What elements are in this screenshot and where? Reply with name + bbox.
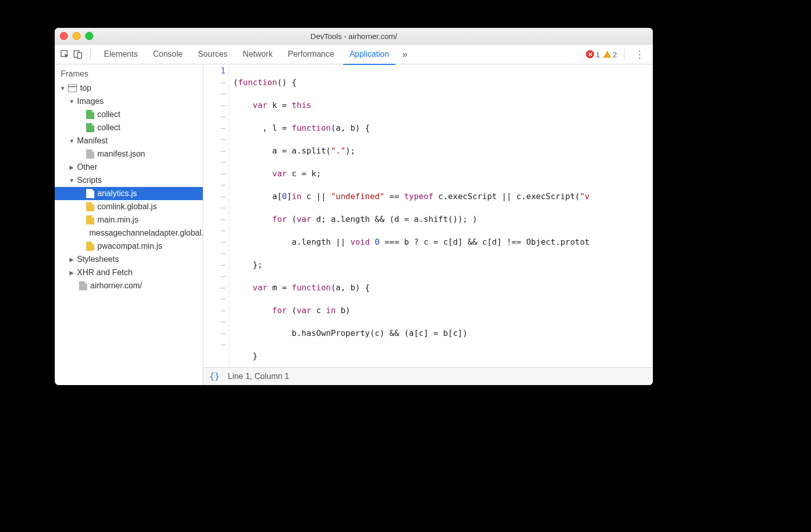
tree-label: collect — [97, 110, 120, 119]
cursor-position: Line 1, Column 1 — [228, 372, 289, 381]
minimize-icon[interactable] — [72, 32, 81, 40]
tree-label: pwacompat.min.js — [97, 242, 162, 251]
fold-icon[interactable]: – — [203, 293, 226, 305]
fold-icon[interactable]: – — [203, 88, 226, 100]
close-icon[interactable] — [60, 32, 68, 40]
chevron-down-icon — [60, 85, 65, 91]
file-item[interactable]: collect — [55, 121, 203, 134]
tab-application[interactable]: Application — [343, 45, 395, 65]
fold-icon[interactable]: – — [203, 191, 226, 203]
tree-label: Stylesheets — [77, 255, 119, 264]
fold-icon[interactable]: – — [203, 168, 226, 180]
file-item[interactable]: messagechanneladapter.global.js — [55, 226, 203, 240]
window-title: DevTools - airhorner.com/ — [311, 32, 397, 41]
sidebar-heading: Frames — [55, 64, 203, 82]
group-other[interactable]: Other — [55, 161, 203, 174]
file-icon — [86, 202, 94, 211]
fold-icon[interactable]: – — [203, 157, 226, 168]
tab-network[interactable]: Network — [237, 45, 279, 64]
group-images[interactable]: Images — [55, 95, 203, 108]
fold-icon[interactable]: – — [203, 271, 226, 282]
tree-label: comlink.global.js — [97, 202, 157, 211]
fold-icon[interactable]: – — [203, 259, 226, 271]
file-icon — [86, 149, 94, 159]
file-item-selected[interactable]: analytics.js — [55, 187, 203, 200]
line-gutter[interactable]: 1 – – – – – – – – – – – – – – – – — [203, 64, 229, 367]
titlebar: DevTools - airhorner.com/ — [55, 28, 653, 45]
fold-icon[interactable]: – — [203, 225, 226, 237]
device-toggle-icon[interactable] — [73, 49, 83, 59]
error-counter[interactable]: ✕ 1 — [586, 50, 600, 59]
devtools-window: DevTools - airhorner.com/ Elements Conso… — [55, 28, 653, 385]
format-icon[interactable]: {} — [209, 371, 219, 382]
file-icon — [79, 281, 87, 290]
tree-label: Manifest — [77, 136, 107, 145]
tree-label: top — [80, 84, 91, 93]
status-bar: {} Line 1, Column 1 — [203, 367, 653, 385]
fold-icon[interactable]: – — [203, 237, 226, 248]
file-item[interactable]: comlink.global.js — [55, 200, 203, 213]
file-item[interactable]: airhorner.com/ — [55, 279, 203, 292]
tree-label: Images — [77, 97, 103, 106]
fold-icon[interactable]: – — [203, 100, 226, 111]
warning-icon — [603, 51, 611, 58]
code-area[interactable]: (function() { var k = this , l = functio… — [229, 64, 653, 367]
more-tabs-icon[interactable]: » — [398, 49, 412, 60]
tree-label: main.min.js — [97, 215, 138, 224]
fold-icon[interactable]: – — [203, 77, 226, 89]
warning-counter[interactable]: 2 — [603, 50, 617, 59]
file-item[interactable]: pwacompat.min.js — [55, 240, 203, 253]
group-stylesheets[interactable]: Stylesheets — [55, 253, 203, 266]
devtools-toolbar: Elements Console Sources Network Perform… — [55, 45, 653, 64]
group-manifest[interactable]: Manifest — [55, 134, 203, 147]
fold-icon[interactable]: – — [203, 145, 226, 157]
tree-label: manifest.json — [97, 149, 145, 159]
group-scripts[interactable]: Scripts — [55, 174, 203, 187]
source-editor: 1 – – – – – – – – – – – – – – – – — [203, 64, 653, 385]
file-icon — [86, 242, 94, 251]
fold-icon[interactable]: – — [203, 214, 226, 225]
tree-label: Other — [77, 163, 97, 172]
file-icon — [86, 123, 94, 132]
tab-sources[interactable]: Sources — [192, 45, 234, 64]
settings-menu-icon[interactable]: ⋮ — [632, 48, 648, 60]
chevron-right-icon — [69, 256, 74, 263]
file-icon — [86, 189, 94, 198]
chevron-down-icon — [69, 98, 74, 104]
fold-icon[interactable]: – — [203, 202, 226, 214]
tab-elements[interactable]: Elements — [98, 45, 144, 64]
group-xhr[interactable]: XHR and Fetch — [55, 266, 203, 279]
frame-top[interactable]: top — [55, 82, 203, 95]
chevron-down-icon — [69, 138, 74, 144]
fold-icon[interactable]: – — [203, 248, 226, 259]
fold-icon[interactable]: – — [203, 316, 226, 328]
tree-label: Scripts — [77, 176, 102, 185]
file-item[interactable]: collect — [55, 108, 203, 121]
tree-label: XHR and Fetch — [77, 268, 132, 277]
chevron-right-icon — [69, 270, 74, 276]
fold-icon[interactable]: – — [203, 339, 226, 351]
fold-icon[interactable]: – — [203, 123, 226, 134]
tree-label: messagechanneladapter.global.js — [89, 229, 203, 238]
fold-icon[interactable]: – — [203, 282, 226, 294]
window-controls — [60, 32, 93, 40]
fold-icon[interactable]: – — [203, 328, 226, 339]
frame-icon — [68, 84, 77, 92]
separator — [90, 49, 91, 60]
maximize-icon[interactable] — [85, 32, 93, 40]
tree-label: collect — [97, 123, 120, 132]
chevron-right-icon — [69, 164, 74, 171]
fold-icon[interactable]: – — [203, 305, 226, 317]
tab-console[interactable]: Console — [147, 45, 189, 64]
fold-icon[interactable]: – — [203, 111, 226, 123]
fold-icon[interactable]: – — [203, 134, 226, 145]
warning-count: 2 — [613, 50, 617, 59]
fold-icon[interactable]: – — [203, 179, 226, 191]
file-item[interactable]: manifest.json — [55, 147, 203, 161]
line-number: 1 — [203, 65, 226, 77]
frames-sidebar: Frames top Images collect collect — [55, 64, 203, 385]
error-icon: ✕ — [586, 50, 594, 58]
inspect-icon[interactable] — [60, 49, 70, 59]
file-item[interactable]: main.min.js — [55, 213, 203, 226]
tab-performance[interactable]: Performance — [282, 45, 341, 64]
